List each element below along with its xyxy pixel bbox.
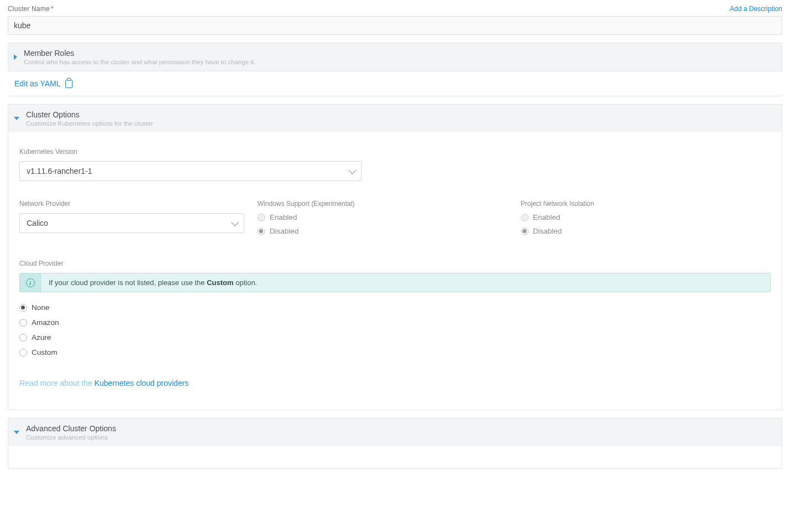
network-provider-select[interactable]: Calico bbox=[19, 213, 244, 233]
cloud-provider-label: Cloud Provider bbox=[19, 260, 771, 267]
k8s-version-value: v1.11.6-rancher1-1 bbox=[27, 167, 92, 175]
cloud-provider-azure-option[interactable]: Azure bbox=[19, 333, 771, 342]
required-star-icon: * bbox=[51, 4, 54, 13]
project-isolation-disabled-radio bbox=[521, 228, 529, 235]
cloud-provider-none-label: None bbox=[32, 303, 49, 312]
chevron-down-icon bbox=[348, 167, 356, 174]
member-roles-subtitle: Control who has access to the cluster an… bbox=[24, 59, 256, 65]
cloud-provider-custom-option[interactable]: Custom bbox=[19, 348, 771, 357]
caret-right-icon bbox=[14, 54, 17, 60]
windows-support-enabled-label: Enabled bbox=[270, 213, 297, 221]
cloud-provider-azure-label: Azure bbox=[32, 333, 51, 342]
windows-support-disabled-label: Disabled bbox=[270, 227, 299, 235]
k8s-cloud-providers-link[interactable]: Kubernetes cloud providers bbox=[94, 379, 188, 388]
radio-icon bbox=[19, 334, 27, 342]
edit-as-yaml-link[interactable]: Edit as YAML bbox=[8, 79, 782, 96]
cluster-name-label: Cluster Name* bbox=[8, 4, 54, 13]
clipboard-icon bbox=[65, 80, 73, 88]
cloud-provider-info-banner: i If your cloud provider is not listed, … bbox=[19, 273, 771, 292]
member-roles-panel[interactable]: Member Roles Control who has access to t… bbox=[8, 43, 782, 71]
info-text-suffix: option. bbox=[234, 278, 257, 287]
cluster-options-title: Cluster Options bbox=[26, 110, 153, 119]
k8s-version-label: Kubernetes Version bbox=[19, 148, 771, 156]
cloud-provider-none-option[interactable]: None bbox=[19, 303, 771, 312]
windows-support-label: Windows Support (Experimental) bbox=[257, 200, 508, 208]
radio-icon bbox=[19, 304, 27, 312]
caret-down-icon bbox=[14, 117, 19, 120]
chevron-down-icon bbox=[231, 219, 239, 226]
cluster-name-input[interactable] bbox=[8, 16, 782, 35]
info-text-prefix: If your cloud provider is not listed, pl… bbox=[49, 278, 206, 287]
radio-icon bbox=[19, 349, 27, 357]
network-provider-label: Network Provider bbox=[19, 200, 244, 208]
project-isolation-enabled-label: Enabled bbox=[533, 213, 561, 221]
cluster-options-body: Kubernetes Version v1.11.6-rancher1-1 Ne… bbox=[8, 132, 782, 410]
network-provider-value: Calico bbox=[27, 219, 48, 228]
read-more-row: Read more about the Kubernetes cloud pro… bbox=[19, 379, 771, 388]
info-text-bold: Custom bbox=[206, 278, 233, 287]
caret-down-icon bbox=[14, 431, 19, 434]
advanced-options-body bbox=[8, 446, 782, 469]
member-roles-title: Member Roles bbox=[24, 49, 256, 58]
advanced-options-subtitle: Customize advanced options bbox=[26, 434, 116, 441]
k8s-version-select[interactable]: v1.11.6-rancher1-1 bbox=[19, 161, 362, 181]
radio-icon bbox=[19, 319, 27, 327]
cluster-options-subtitle: Customize Kubernetes options for the clu… bbox=[26, 120, 153, 127]
project-isolation-enabled-radio bbox=[521, 214, 529, 221]
add-description-link[interactable]: Add a Description bbox=[730, 5, 782, 13]
advanced-options-title: Advanced Cluster Options bbox=[26, 424, 116, 433]
project-isolation-label: Project Network Isolation bbox=[521, 200, 771, 208]
cloud-provider-amazon-option[interactable]: Amazon bbox=[19, 318, 771, 327]
cloud-provider-amazon-label: Amazon bbox=[32, 318, 59, 327]
advanced-cluster-options-panel[interactable]: Advanced Cluster Options Customize advan… bbox=[8, 418, 782, 446]
read-more-prefix: Read more about the bbox=[19, 379, 94, 388]
cluster-options-panel[interactable]: Cluster Options Customize Kubernetes opt… bbox=[8, 104, 782, 132]
info-icon: i bbox=[26, 278, 35, 287]
cloud-provider-custom-label: Custom bbox=[32, 348, 58, 357]
windows-support-disabled-radio bbox=[257, 228, 265, 235]
cluster-name-label-text: Cluster Name bbox=[8, 5, 50, 13]
windows-support-enabled-radio bbox=[257, 214, 265, 221]
project-isolation-disabled-label: Disabled bbox=[533, 227, 562, 235]
edit-as-yaml-label: Edit as YAML bbox=[14, 79, 61, 88]
